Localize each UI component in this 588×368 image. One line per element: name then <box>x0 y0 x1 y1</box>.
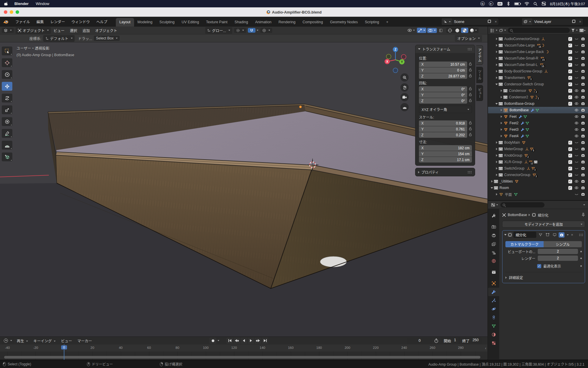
modifier-on-cage-toggle[interactable] <box>537 232 543 238</box>
expand-arrow-icon[interactable] <box>490 180 494 183</box>
outliner-item-name[interactable]: Feet4 <box>510 134 519 138</box>
macos-app-name[interactable]: Blender <box>14 1 29 6</box>
hide-eye-open-icon[interactable] <box>573 95 580 99</box>
expand-arrow-icon[interactable] <box>495 38 499 40</box>
viewlayer-copy-button[interactable] <box>570 20 577 24</box>
zoom-button[interactable] <box>400 73 409 82</box>
outliner-row-SwitchGroup[interactable]: SwitchGroup3✓ <box>488 165 588 172</box>
camera-view-button[interactable] <box>400 93 409 101</box>
scale-tool-button[interactable] <box>2 105 12 114</box>
workspace-tab-texture-paint[interactable]: Texture Paint <box>203 18 231 26</box>
pivot-point-dropdown[interactable] <box>234 28 246 33</box>
exclude-checkbox[interactable]: ✓ <box>567 160 573 164</box>
hide-eye-closed-icon[interactable] <box>573 57 580 60</box>
rotation-mode-dropdown[interactable]: XYZ オイラー角 <box>419 106 472 113</box>
outliner-display-mode-button[interactable] <box>490 29 497 32</box>
exclude-checkbox[interactable]: ✓ <box>567 82 573 86</box>
jump-to-end-button[interactable] <box>262 338 269 344</box>
expand-arrow-icon[interactable] <box>495 193 499 195</box>
add-modifier-button[interactable]: モディファイアーを追加 <box>502 221 585 228</box>
hide-eye-open-icon[interactable] <box>573 102 580 105</box>
hide-eye-open-icon[interactable] <box>573 108 580 112</box>
outliner-item-name[interactable]: XLR-Group <box>504 160 522 164</box>
viewport-menu-オブジェクト[interactable]: オブジェクト <box>93 27 120 34</box>
frame-start-field[interactable]: 開始1 <box>441 337 459 344</box>
hide-eye-closed-icon[interactable] <box>573 63 580 67</box>
disable-render-camera-icon[interactable] <box>580 180 586 183</box>
keying-dropdown[interactable] <box>218 340 219 341</box>
exclude-checkbox[interactable]: ✓ <box>567 57 573 60</box>
outliner-item-name[interactable]: Feet3 <box>510 127 519 132</box>
disable-render-camera-icon[interactable] <box>580 141 586 144</box>
outliner-item-name[interactable]: VaccumTube-Small-R <box>504 56 538 60</box>
exclude-checkbox[interactable]: ✓ <box>567 44 573 47</box>
expand-arrow-icon[interactable] <box>495 51 499 53</box>
expand-arrow-icon[interactable] <box>495 161 499 163</box>
outliner-row-Body-Bool/Screw-Group[interactable]: Body-Bool/Screw-Group✓ <box>488 68 588 74</box>
expand-arrow-icon[interactable] <box>495 174 499 176</box>
blender-logo-icon[interactable] <box>3 19 9 24</box>
expand-arrow-icon[interactable] <box>495 57 499 59</box>
timeline-scrollbar[interactable] <box>4 356 480 359</box>
battery-icon[interactable] <box>514 2 520 5</box>
macos-menu-window[interactable]: Window <box>36 1 49 6</box>
prev-keyframe-button[interactable] <box>233 338 240 344</box>
hide-eye-closed-icon[interactable] <box>573 154 580 157</box>
properties-editor-type-button[interactable] <box>491 203 498 207</box>
disable-render-camera-icon[interactable] <box>580 128 586 131</box>
outliner-filter-mode-button[interactable] <box>499 29 506 32</box>
workspace-tab-scripting[interactable]: Scripting <box>361 18 383 26</box>
collapse-arrow-icon[interactable] <box>495 103 499 105</box>
modifier-drag-handle[interactable] <box>579 233 583 236</box>
properties-tab-material-icon[interactable] <box>488 330 499 339</box>
current-frame-field[interactable]: 0 <box>407 338 432 343</box>
expand-arrow-icon[interactable] <box>495 141 499 144</box>
g-circle-icon[interactable]: G <box>480 1 485 6</box>
exclude-checkbox[interactable]: ✓ <box>567 141 573 145</box>
expand-arrow-icon[interactable] <box>499 109 503 111</box>
overlays-toggle[interactable] <box>427 28 437 33</box>
expand-arrow-icon[interactable] <box>499 128 503 131</box>
exclude-checkbox[interactable]: ✓ <box>567 180 573 183</box>
location-y-field[interactable]: Y0 cm <box>419 67 467 73</box>
hide-eye-closed-icon[interactable] <box>573 82 580 86</box>
disable-render-camera-icon[interactable] <box>580 160 586 164</box>
outliner-row-_Utilities[interactable]: _Utilities✓ <box>488 178 588 185</box>
outliner-item-name[interactable]: VaccumTube-Large <box>504 43 535 47</box>
outliner-item-name[interactable]: Room <box>500 186 509 190</box>
pin-icon[interactable] <box>582 213 585 217</box>
outliner-row-平面[interactable]: 平面 <box>488 191 588 198</box>
breadcrumb-object[interactable]: BottomBase <box>508 213 527 217</box>
topbar-menu-ウィンドウ[interactable]: ウィンドウ <box>68 18 93 26</box>
workspace-tab-geometry-nodes[interactable]: Geometry Nodes <box>326 18 361 26</box>
dimensions-y-field[interactable]: Y154 cm <box>419 151 472 157</box>
outliner-item-name[interactable]: BodyMain <box>504 140 520 145</box>
outliner-search-input[interactable] <box>508 28 570 33</box>
scale-x-field[interactable]: X0.918 <box>419 120 467 126</box>
timeline-menu-再生[interactable]: 再生 <box>14 337 31 344</box>
exclude-checkbox[interactable]: ✓ <box>567 102 573 106</box>
editor-type-button[interactable] <box>2 28 14 33</box>
npanel-tab-アイテム[interactable]: アイテム <box>476 45 483 65</box>
properties-subpanel[interactable]: プロパティ <box>415 168 475 176</box>
outliner-row-Feet4[interactable]: Feet4 <box>488 133 588 139</box>
outliner-row-Condensor2[interactable]: Condensor22✓ <box>488 94 588 100</box>
exclude-checkbox[interactable]: ✓ <box>567 69 573 73</box>
workspace-tab-shading[interactable]: Shading <box>231 18 252 26</box>
lock-icon[interactable] <box>469 121 472 125</box>
disable-render-camera-icon[interactable] <box>580 147 586 151</box>
menubar-clock[interactable]: 8月18日(木) 午後3:07 <box>550 1 585 6</box>
properties-tab-object-icon[interactable] <box>488 279 499 288</box>
select-mode-dropdown[interactable]: Select Box <box>94 36 120 41</box>
outliner-filter-button[interactable] <box>572 29 578 32</box>
disable-render-camera-icon[interactable] <box>580 167 586 170</box>
outliner-row-BottomBase[interactable]: BottomBase <box>488 107 588 113</box>
topbar-menu-ファイル[interactable]: ファイル <box>12 18 33 26</box>
timeline-editor-type-button[interactable] <box>2 338 14 343</box>
subdiv-catmull-button[interactable]: カトマルクラーク <box>505 241 544 247</box>
exclude-checkbox[interactable]: ✓ <box>567 95 573 99</box>
viewport-3d[interactable]: ユーザー・透視投影 (0) Audio-Amp Group | BottomBa… <box>0 42 487 336</box>
hide-eye-closed-icon[interactable] <box>573 44 580 47</box>
select-box-tool-button[interactable] <box>2 47 12 55</box>
scene-name[interactable]: Scene <box>452 20 486 24</box>
